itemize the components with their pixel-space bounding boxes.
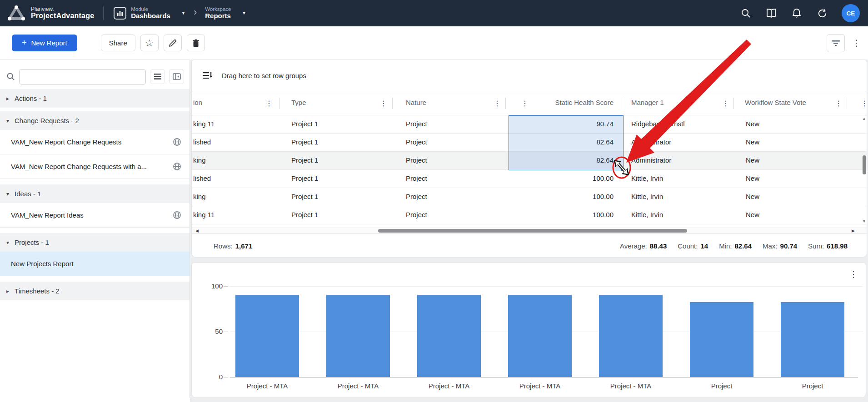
column-menu-icon[interactable]: ⋮ [835,99,842,108]
user-avatar[interactable]: CE [842,4,860,22]
new-report-button[interactable]: + New Report [12,35,77,51]
scroll-right-icon[interactable]: ▶ [852,228,855,233]
dashboards-icon [114,7,126,20]
row-group-drop-zone[interactable]: Drag here to set row groups [192,60,867,91]
cell[interactable]: Project [406,156,427,164]
column-header-truncated[interactable]: ion [193,99,202,106]
module-caret-icon[interactable]: ▼ [181,11,185,15]
column-menu-icon[interactable]: ⋮ [861,99,867,108]
vertical-scrollbar-thumb[interactable] [863,155,866,174]
chart-bar[interactable] [508,295,572,377]
cell[interactable]: New [746,120,759,128]
sidebar-group-ideas[interactable]: ▾ Ideas - 1 [0,184,190,203]
sidebar-item-vam-ideas[interactable]: VAM_New Report Ideas [0,203,190,228]
delete-button[interactable] [187,35,205,51]
notifications-bell-icon[interactable] [791,7,803,19]
workspace-selector[interactable]: Workspace Reports ▼ [205,6,246,20]
cell-score[interactable]: 100.00 [593,174,614,182]
horizontal-scrollbar-thumb[interactable] [378,229,687,233]
cell[interactable]: Project 1 [291,156,318,164]
search-icon[interactable] [740,7,752,19]
cell[interactable]: Project 1 [291,211,318,218]
cell[interactable]: Project 1 [291,174,318,182]
column-header-type[interactable]: Type [291,99,306,106]
cell[interactable]: Project 1 [291,138,318,146]
cell[interactable]: lished [193,138,211,146]
column-menu-icon[interactable]: ⋮ [722,99,729,108]
chart-bar[interactable] [417,295,481,377]
sidebar-list-menu-button[interactable] [150,69,165,84]
cell[interactable]: Ridgeback, Ernstl [631,120,685,128]
cell-score[interactable]: 82.64 [596,156,614,164]
cell-score[interactable]: 100.00 [593,193,614,200]
collapse-panel-button[interactable] [169,69,184,84]
cell[interactable]: Project [406,211,427,218]
workspace-value: Reports [205,12,231,20]
cell[interactable]: Administrator [631,156,671,164]
column-menu-icon[interactable]: ⋮ [521,99,529,108]
cell[interactable]: Kittle, Irvin [631,174,663,182]
sidebar-group-timesheets[interactable]: ▸ Timesheets - 2 [0,282,190,300]
favorite-star-button[interactable]: ☆ [140,35,159,51]
vertical-scrollbar[interactable]: ▲ ▼ [861,115,867,224]
scroll-left-icon[interactable]: ◀ [195,228,199,233]
cell[interactable]: Project [406,138,427,146]
cell-score[interactable]: 100.00 [593,211,614,218]
cell[interactable]: Project 1 [291,120,318,128]
cell[interactable]: king 11 [193,120,215,128]
cell[interactable]: Kittle, Irvin [631,211,663,218]
sidebar-group-projects[interactable]: ▾ Projects - 1 [0,233,190,252]
sidebar-item-vam-change-requests[interactable]: VAM_New Report Change Requests [0,130,190,154]
sidebar-group-actions[interactable]: ▸ Actions - 1 [0,89,190,108]
cell-score[interactable]: 90.74 [596,120,614,128]
column-menu-icon[interactable]: ⋮ [494,99,501,108]
cell[interactable]: Administrator [631,138,671,146]
horizontal-scrollbar[interactable]: ◀ ▶ [192,228,867,234]
cell[interactable]: lished [193,174,211,182]
cell[interactable]: Kittle, Irvin [631,193,663,200]
fill-handle[interactable] [621,168,624,171]
column-menu-icon[interactable]: ⋮ [380,99,387,108]
cell[interactable]: king 11 [193,211,215,218]
sidebar-item-new-projects-report[interactable]: New Projects Report [0,252,190,276]
cell[interactable]: Project [406,193,427,200]
sidebar-group-change-requests[interactable]: ▾ Change Requests - 2 [0,111,190,130]
cell[interactable]: Project 1 [291,193,318,200]
column-header-static-health-score[interactable]: Static Health Score [555,99,614,106]
edit-button[interactable] [164,35,182,51]
column-header-manager-1[interactable]: Manager 1 [631,99,664,106]
help-book-icon[interactable] [765,7,777,19]
cell[interactable]: New [746,211,759,218]
share-button[interactable]: Share [101,35,135,51]
chart-bar[interactable] [599,295,663,377]
cell[interactable]: New [746,193,759,200]
module-selector[interactable]: Module Dashboards ▼ [114,6,185,20]
toolbar-menu-icon[interactable]: ⋮ [852,39,861,47]
chart-bar[interactable] [781,302,844,377]
row-groups-icon [203,72,212,79]
cell[interactable]: New [746,174,759,182]
column-header-workflow-state-vote[interactable]: Workflow State Vote [745,99,806,106]
brand-logo[interactable]: Planview. ProjectAdvantage [0,5,94,21]
workspace-caret-icon[interactable]: ▼ [242,11,246,15]
cell[interactable]: king [193,156,206,164]
refresh-icon[interactable] [816,7,828,19]
sidebar-search-input[interactable] [19,69,146,84]
chart-bar[interactable] [326,295,390,377]
cell[interactable]: New [746,138,759,146]
chart-bar[interactable] [690,302,753,377]
column-menu-icon[interactable]: ⋮ [265,99,273,108]
filter-button[interactable] [827,34,845,52]
scroll-up-icon[interactable]: ▲ [862,116,866,121]
plus-icon: + [22,38,27,48]
score-bar-chart-panel: ⋮ 050100 Project - MTAProject - MTAProje… [191,263,866,398]
cell[interactable]: New [746,156,759,164]
sidebar-item-vam-change-requests-with-a[interactable]: VAM_New Report Change Requests with a... [0,154,190,179]
scroll-down-icon[interactable]: ▼ [862,219,866,223]
cell-score[interactable]: 82.64 [596,138,614,146]
cell[interactable]: king [193,193,206,200]
cell[interactable]: Project [406,174,427,182]
cell[interactable]: Project [406,120,427,128]
column-header-nature[interactable]: Nature [406,99,426,106]
chart-bar[interactable] [235,295,299,377]
